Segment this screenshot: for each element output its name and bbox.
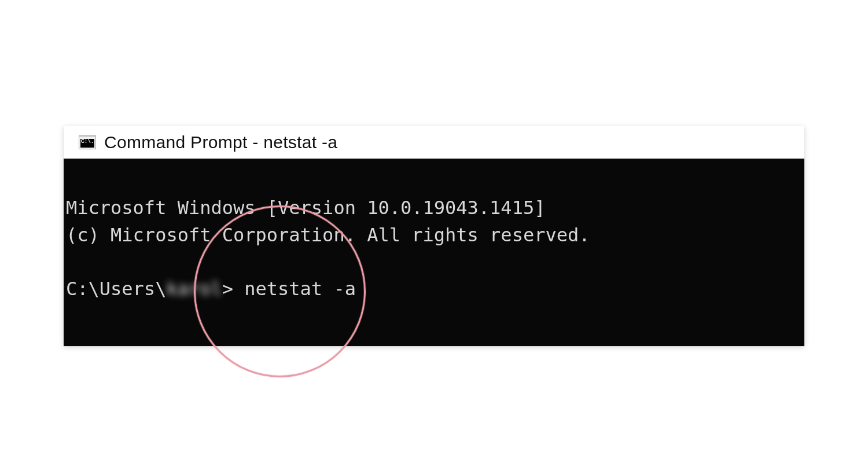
prompt-username: karol xyxy=(166,275,222,302)
prompt-suffix: > xyxy=(222,278,245,300)
cmd-icon-glyph: C:\. xyxy=(81,139,94,145)
terminal-blank-line xyxy=(64,251,68,273)
terminal-command[interactable]: netstat -a xyxy=(244,278,356,300)
window-title: Command Prompt - netstat -a xyxy=(104,133,337,152)
terminal-prompt-line: C:\Users\karol> netstat -a xyxy=(64,278,358,300)
cmd-icon: C:\. xyxy=(79,135,96,149)
terminal-version-line: Microsoft Windows [Version 10.0.19043.14… xyxy=(64,197,547,219)
command-prompt-window: C:\. Command Prompt - netstat -a Microso… xyxy=(64,126,804,346)
prompt-prefix: C:\Users\ xyxy=(66,278,166,300)
terminal-body[interactable]: Microsoft Windows [Version 10.0.19043.14… xyxy=(64,159,804,346)
titlebar[interactable]: C:\. Command Prompt - netstat -a xyxy=(64,126,804,159)
terminal-copyright-line: (c) Microsoft Corporation. All rights re… xyxy=(64,224,592,246)
